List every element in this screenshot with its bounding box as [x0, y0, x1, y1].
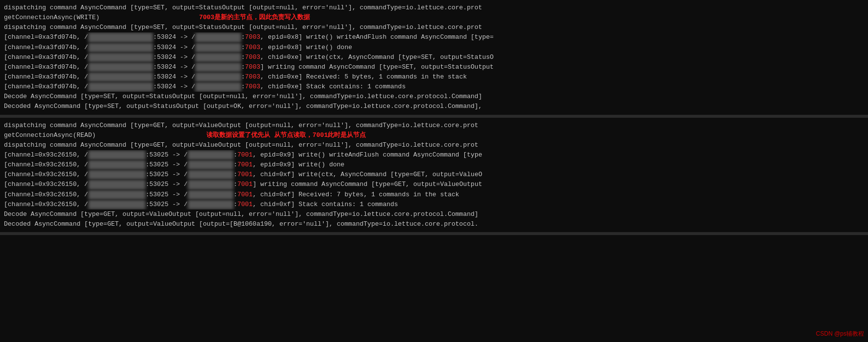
log-line: [channel=0xa3fd074b, / :53024 -> / :7003… [4, 72, 864, 82]
log-block-1: dispatching command AsyncCommand [type=S… [0, 0, 868, 118]
port-number: 7003 [245, 44, 260, 51]
blurred-ip [88, 32, 153, 42]
log-line: [channel=0x93c26150, / :53025 -> / :7001… [4, 190, 864, 200]
port-number: 7003 [245, 73, 260, 80]
annotation-write: 7003是新的主节点，因此负责写入数据 [199, 14, 310, 21]
blurred-ip [88, 62, 153, 72]
blurred-ip [188, 200, 234, 210]
blurred-ip [195, 72, 241, 82]
blurred-ip [88, 82, 153, 92]
log-line: getConnectionAsync(READ) 读取数据设置了优先从 从节点读… [4, 131, 864, 140]
port-number: 7001 [237, 161, 253, 168]
blurred-ip [195, 62, 241, 72]
blurred-ip [88, 180, 146, 189]
blurred-ip [88, 190, 146, 200]
blurred-ip [88, 53, 153, 62]
blurred-ip [88, 160, 146, 170]
log-line: dispatching command AsyncCommand [type=G… [4, 121, 864, 131]
port-number: 7001 [237, 201, 253, 208]
log-line: [channel=0xa3fd074b, / :53024 -> / :7003… [4, 32, 864, 42]
log-line: Decoded AsyncCommand [type=SET, output=S… [4, 102, 864, 111]
blurred-ip [188, 150, 234, 160]
log-line: [channel=0xa3fd074b, / :53024 -> / :7003… [4, 53, 864, 62]
blurred-ip [88, 200, 146, 210]
log-line: dispatching command AsyncCommand [type=G… [4, 140, 864, 150]
log-line: [channel=0x93c26150, / :53025 -> / :7001… [4, 160, 864, 170]
terminal-container: dispatching command AsyncCommand [type=S… [0, 0, 868, 342]
log-line: dispatching command AsyncCommand [type=S… [4, 3, 864, 13]
blurred-ip [195, 32, 241, 42]
blurred-ip [88, 43, 153, 53]
log-line: Decode AsyncCommand [type=GET, output=Va… [4, 210, 864, 219]
port-number: 7001 [237, 151, 253, 158]
log-line: [channel=0x93c26150, / :53025 -> / :7001… [4, 180, 864, 189]
blurred-ip [88, 72, 153, 82]
port-number: 7003 [245, 53, 260, 61]
port-number: 7003 [245, 63, 260, 71]
blurred-ip [188, 180, 234, 189]
blurred-ip [88, 170, 146, 180]
port-number: 7001 [237, 181, 253, 188]
log-line: [channel=0x93c26150, / :53025 -> / :7001… [4, 170, 864, 180]
log-line: Decode AsyncCommand [type=SET, output=St… [4, 92, 864, 102]
log-line: getConnectionAsync(WRITE) 7003是新的主节点，因此负… [4, 13, 864, 23]
annotation-read: 读取数据设置了优先从 从节点读取，7001此时是从节点 [206, 132, 366, 139]
blurred-ip [195, 82, 241, 92]
the-text: the [433, 73, 444, 80]
port-number: 7003 [245, 33, 260, 41]
log-line: [channel=0xa3fd074b, / :53024 -> / :7003… [4, 62, 864, 72]
log-line: [channel=0xa3fd074b, / :53024 -> / :7003… [4, 82, 864, 92]
log-block-2: dispatching command AsyncCommand [type=G… [0, 118, 868, 236]
blurred-ip [188, 170, 234, 180]
blurred-ip [188, 160, 234, 170]
log-line: [channel=0x93c26150, / :53025 -> / :7001… [4, 150, 864, 160]
blurred-ip [88, 150, 146, 160]
blurred-ip [188, 190, 234, 200]
port-number: 7001 [237, 171, 253, 178]
blurred-ip [195, 43, 241, 53]
log-line: [channel=0x93c26150, / :53025 -> / :7001… [4, 200, 864, 210]
port-number: 7001 [237, 191, 253, 198]
log-line: [channel=0xa3fd074b, / :53024 -> / :7003… [4, 43, 864, 53]
blurred-ip [195, 53, 241, 62]
port-number: 7003 [245, 83, 260, 90]
watermark: CSDN @ps辅教程 [816, 330, 864, 338]
log-line: dispatching command AsyncCommand [type=S… [4, 23, 864, 32]
log-line: Decoded AsyncCommand [type=GET, output=V… [4, 219, 864, 229]
